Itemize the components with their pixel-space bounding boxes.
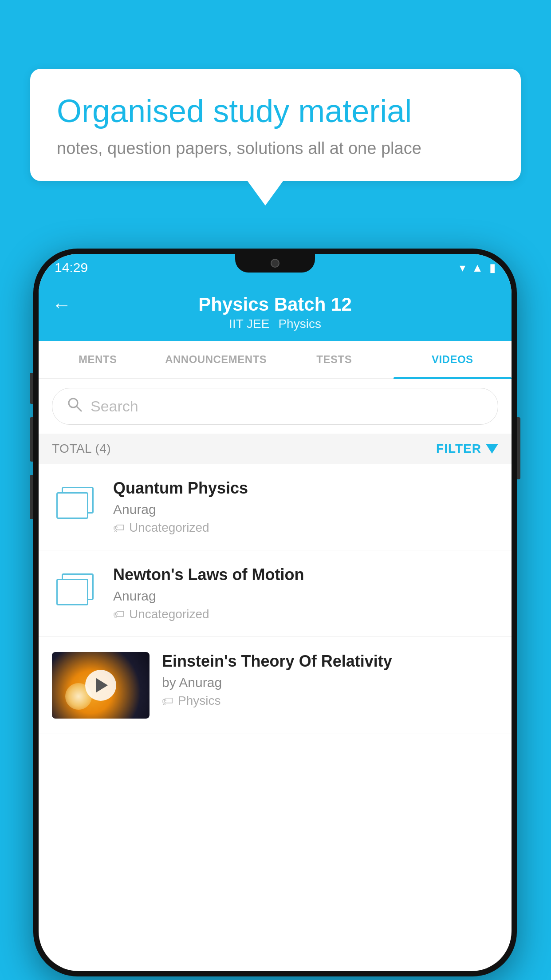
tab-videos[interactable]: VIDEOS — [394, 341, 512, 378]
phone-volume-up-btn — [30, 373, 33, 404]
search-input-placeholder: Search — [91, 398, 138, 415]
item-thumbnail-folder — [52, 565, 101, 614]
search-bar[interactable]: Search — [52, 388, 498, 425]
item-tag: 🏷 Physics — [162, 694, 498, 708]
tag-icon: 🏷 — [113, 608, 125, 621]
item-tag: 🏷 Uncategorized — [113, 607, 498, 621]
filter-button[interactable]: FILTER — [436, 442, 498, 456]
list-item[interactable]: Einstein's Theory Of Relativity by Anura… — [39, 637, 512, 734]
header-subtitle: IIT JEE Physics — [229, 317, 321, 331]
item-author: Anurag — [113, 502, 498, 517]
speech-bubble-container: Organised study material notes, question… — [30, 69, 521, 205]
item-info: Quantum Physics Anurag 🏷 Uncategorized — [113, 479, 498, 535]
list-item[interactable]: Newton's Laws of Motion Anurag 🏷 Uncateg… — [39, 550, 512, 637]
tab-announcements[interactable]: ANNOUNCEMENTS — [157, 341, 276, 378]
tag-icon: 🏷 — [162, 694, 173, 708]
svg-line-1 — [76, 406, 81, 411]
camera — [271, 259, 279, 268]
tab-ments[interactable]: MENTS — [39, 341, 157, 378]
item-author: by Anurag — [162, 675, 498, 690]
bubble-tail — [248, 181, 283, 205]
item-tag-label: Physics — [178, 694, 220, 708]
item-thumbnail-folder — [52, 479, 101, 528]
phone-mute-btn — [30, 475, 33, 519]
item-author: Anurag — [113, 589, 498, 604]
folder-icon — [56, 570, 96, 610]
status-icons: ▾ ▲ ▮ — [460, 261, 496, 275]
filter-label: FILTER — [436, 442, 481, 456]
tag-icon: 🏷 — [113, 521, 125, 535]
list-item[interactable]: Quantum Physics Anurag 🏷 Uncategorized — [39, 464, 512, 550]
phone-screen: 14:29 ▾ ▲ ▮ ← Physics Batch 12 IIT JEE P… — [39, 254, 512, 971]
item-info: Newton's Laws of Motion Anurag 🏷 Uncateg… — [113, 565, 498, 621]
item-title: Newton's Laws of Motion — [113, 565, 498, 584]
item-title: Quantum Physics — [113, 479, 498, 498]
tabs-bar: MENTS ANNOUNCEMENTS TESTS VIDEOS — [39, 341, 512, 379]
app-header: ← Physics Batch 12 IIT JEE Physics — [39, 281, 512, 341]
filter-icon — [486, 444, 498, 454]
speech-bubble: Organised study material notes, question… — [30, 69, 521, 181]
folder-icon — [56, 483, 96, 523]
play-button[interactable] — [85, 670, 116, 701]
back-button[interactable]: ← — [52, 294, 71, 316]
phone-power-btn — [517, 417, 520, 479]
phone-frame: 14:29 ▾ ▲ ▮ ← Physics Batch 12 IIT JEE P… — [33, 249, 517, 976]
bubble-title: Organised study material — [57, 92, 494, 130]
header-tag-physics: Physics — [278, 317, 321, 331]
tab-tests[interactable]: TESTS — [275, 341, 394, 378]
header-title: Physics Batch 12 — [198, 294, 352, 315]
item-tag-label: Uncategorized — [129, 521, 209, 535]
header-tag-iit: IIT JEE — [229, 317, 269, 331]
video-list: Quantum Physics Anurag 🏷 Uncategorized — [39, 464, 512, 734]
signal-icon: ▲ — [472, 261, 483, 275]
wifi-icon: ▾ — [460, 261, 465, 275]
status-bar: 14:29 ▾ ▲ ▮ — [39, 254, 512, 281]
filter-row: TOTAL (4) FILTER — [39, 434, 512, 464]
bubble-subtitle: notes, question papers, solutions all at… — [57, 139, 494, 158]
battery-icon: ▮ — [489, 261, 496, 275]
item-title: Einstein's Theory Of Relativity — [162, 652, 498, 671]
phone-notch — [235, 254, 315, 273]
total-count: TOTAL (4) — [52, 442, 111, 456]
item-info: Einstein's Theory Of Relativity by Anura… — [162, 652, 498, 708]
video-thumbnail — [52, 652, 150, 719]
search-icon — [67, 396, 83, 416]
search-bar-container: Search — [39, 379, 512, 434]
item-tag-label: Uncategorized — [129, 607, 209, 621]
phone-volume-down-btn — [30, 417, 33, 462]
item-tag: 🏷 Uncategorized — [113, 521, 498, 535]
status-time: 14:29 — [55, 260, 88, 275]
play-icon — [96, 678, 108, 692]
